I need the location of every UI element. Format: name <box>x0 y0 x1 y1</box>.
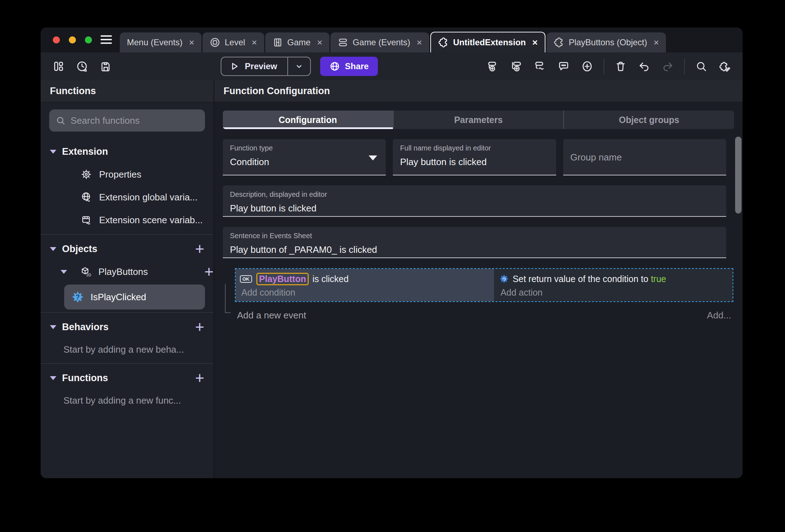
close-tab-icon[interactable]: × <box>653 37 659 48</box>
events-sheet: OK PlayButton is clicked Add condition <box>223 268 734 321</box>
add-event-icon <box>487 60 499 72</box>
vertical-scrollbar[interactable] <box>735 137 742 214</box>
chevron-down-icon[interactable] <box>50 247 56 251</box>
fullscreen-window-button[interactable] <box>85 36 92 44</box>
circle-plus-icon <box>581 60 593 72</box>
divider <box>41 363 214 364</box>
extension-section-row[interactable]: Extension <box>41 140 214 163</box>
add-more-link[interactable]: Add... <box>707 310 731 321</box>
search-functions-box[interactable] <box>49 109 205 132</box>
item-label: IsPlayClicked <box>91 292 146 303</box>
sidebar-item-properties[interactable]: Properties <box>41 163 214 186</box>
extension-section-label: Extension <box>62 146 108 157</box>
function-type-select[interactable]: Function type Condition <box>223 139 386 175</box>
add-other-event-button[interactable] <box>533 59 547 73</box>
chevron-down-icon[interactable] <box>50 325 56 329</box>
add-subevent-icon <box>510 60 523 72</box>
add-free-function-button[interactable]: + <box>195 371 204 385</box>
description-field[interactable]: Description, displayed in editor Play bu… <box>223 185 726 217</box>
close-tab-icon[interactable]: × <box>532 37 538 48</box>
edit-extension-button[interactable] <box>718 59 732 73</box>
behaviors-section-row[interactable]: Behaviors + <box>41 316 214 338</box>
tab-untitled-extension[interactable]: UntitledExtension × <box>430 32 545 52</box>
tab-level[interactable]: Level × <box>202 32 264 52</box>
share-button[interactable]: Share <box>320 57 378 76</box>
close-tab-icon[interactable]: × <box>317 37 322 48</box>
functions-section-row[interactable]: Functions + <box>41 367 214 389</box>
sidebar-item-extension-scene-variables[interactable]: Extension scene variab... <box>41 209 214 231</box>
functions-sidebar: Functions Extension <box>41 80 214 478</box>
undo-icon <box>638 60 650 72</box>
search-functions-input[interactable] <box>71 115 199 126</box>
divider <box>41 312 214 313</box>
close-window-button[interactable] <box>53 36 60 44</box>
sentence-field[interactable]: Sentence in Events Sheet Play button of … <box>223 227 726 258</box>
tab-configuration[interactable]: Configuration <box>223 111 394 129</box>
add-more-events-button[interactable] <box>580 59 594 73</box>
scene-variable-icon <box>81 214 92 226</box>
undo-button[interactable] <box>637 59 651 73</box>
function-configuration-panel: Function Configuration Configuration Par… <box>214 80 743 478</box>
tab-parameters[interactable]: Parameters <box>394 111 564 129</box>
add-object-button[interactable]: + <box>195 242 204 256</box>
actions-column[interactable]: Set return value of the condition to tru… <box>494 269 733 301</box>
close-tab-icon[interactable]: × <box>189 37 194 48</box>
close-tab-icon[interactable]: × <box>252 37 257 48</box>
chevron-down-icon[interactable] <box>61 270 67 274</box>
objects-section-row[interactable]: Objects + <box>41 237 214 260</box>
field-label: Description, displayed in editor <box>230 190 719 199</box>
preview-button[interactable]: Preview <box>221 57 311 76</box>
tab-game[interactable]: Game × <box>265 32 330 52</box>
save-icon <box>99 60 112 72</box>
behaviors-section-label: Behaviors <box>62 322 109 333</box>
tab-object-groups[interactable]: Object groups <box>564 111 734 129</box>
item-label: Extension scene variab... <box>99 215 203 226</box>
add-condition-link[interactable]: Add condition <box>240 287 491 298</box>
editor-tabs: Menu (Events) × Level × Game × <box>120 27 666 52</box>
conditions-column[interactable]: OK PlayButton is clicked Add condition <box>236 269 494 301</box>
tab-menu-events[interactable]: Menu (Events) × <box>120 32 201 52</box>
main-menu-icon[interactable] <box>101 35 112 44</box>
add-event-button[interactable] <box>486 59 500 73</box>
preview-main-area[interactable]: Preview <box>221 57 287 75</box>
close-tab-icon[interactable]: × <box>417 37 422 48</box>
sidebar-item-playbuttons[interactable]: 2D PlayButtons + <box>41 260 214 283</box>
play-icon <box>229 61 239 71</box>
delete-button[interactable] <box>614 59 628 73</box>
sidebar-item-isplayclicked-selected[interactable]: ? IsPlayClicked <box>64 285 205 310</box>
add-behavior-button[interactable]: + <box>195 320 204 334</box>
full-name-value: Play button is clicked <box>400 157 549 168</box>
dashboard-icon <box>52 60 65 72</box>
add-comment-button[interactable] <box>556 59 571 73</box>
history-button[interactable] <box>75 59 89 73</box>
add-action-link[interactable]: Add action <box>499 287 730 298</box>
add-subevent-button[interactable] <box>509 59 524 73</box>
gdevelop-window: Menu (Events) × Level × Game × <box>41 27 743 478</box>
scene-icon <box>210 37 220 48</box>
full-name-field[interactable]: Full name displayed in editor Play butto… <box>393 139 556 175</box>
redo-button[interactable] <box>661 59 675 73</box>
page-title: Function Configuration <box>224 86 330 97</box>
add-function-to-object-button[interactable]: + <box>204 265 214 279</box>
project-manager-button[interactable] <box>51 59 66 73</box>
condition-object-name[interactable]: PlayButton <box>256 273 309 285</box>
search-events-button[interactable] <box>694 59 708 73</box>
minimize-window-button[interactable] <box>69 36 76 44</box>
preview-options-button[interactable] <box>288 57 310 75</box>
add-new-event-link[interactable]: Add a new event <box>237 310 306 321</box>
item-label: Properties <box>99 169 142 180</box>
chevron-down-icon[interactable] <box>50 150 56 154</box>
divider <box>684 58 685 74</box>
share-label: Share <box>345 61 369 71</box>
configuration-tabs: Configuration Parameters Object groups <box>223 111 734 129</box>
chevron-down-icon[interactable] <box>50 376 56 380</box>
sidebar-item-extension-global-variables[interactable]: Extension global varia... <box>41 186 214 209</box>
search-icon <box>695 60 707 72</box>
group-name-field[interactable]: Group name <box>563 139 726 175</box>
tab-label: Level <box>225 37 245 47</box>
tab-game-events[interactable]: Game (Events) × <box>330 32 429 52</box>
tab-label: Object groups <box>619 115 679 125</box>
event-row[interactable]: OK PlayButton is clicked Add condition <box>235 268 733 302</box>
save-button[interactable] <box>98 59 113 73</box>
tab-playbuttons-object[interactable]: PlayButtons (Object) × <box>547 32 666 52</box>
